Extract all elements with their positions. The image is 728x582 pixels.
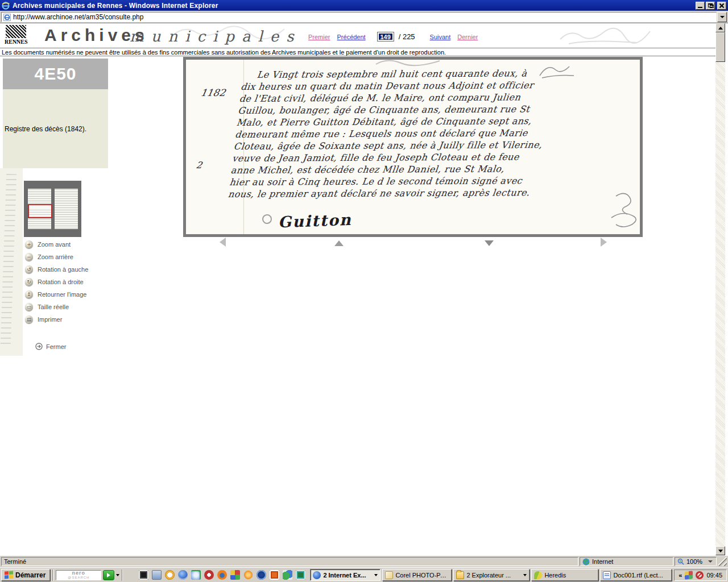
zoom-dropdown-caret[interactable] bbox=[708, 560, 713, 563]
messenger-icon[interactable] bbox=[283, 570, 292, 580]
title-bar: Archives municipales de Rennes - Windows… bbox=[0, 0, 728, 11]
actual-size-sphere-icon: ▭ bbox=[25, 303, 33, 311]
window-title: Archives municipales de Rennes - Windows… bbox=[13, 2, 218, 10]
tool-zoom-in[interactable]: + Zoom avant bbox=[25, 238, 88, 251]
antivirus-tray-icon[interactable] bbox=[696, 571, 704, 579]
cropped-line-flourish bbox=[374, 57, 442, 68]
internet-globe-icon bbox=[582, 558, 590, 566]
group-dropdown-caret[interactable] bbox=[374, 574, 378, 576]
print-sphere-icon: ▤ bbox=[25, 315, 33, 323]
rennes-logo: RENNES bbox=[5, 25, 27, 46]
address-dropdown-button[interactable] bbox=[717, 12, 727, 22]
page-number-input[interactable] bbox=[377, 32, 394, 41]
status-bar: Terminé Internet 100% bbox=[0, 555, 728, 567]
scan-bleed-flourish bbox=[557, 26, 654, 46]
thumbnail-selection[interactable] bbox=[28, 204, 52, 218]
tool-print[interactable]: ▤ Imprimer bbox=[25, 313, 88, 326]
desktop-icon[interactable] bbox=[139, 570, 148, 580]
windows-update-tray-icon[interactable] bbox=[685, 571, 693, 579]
register-description-panel: Registre des décès (1842). bbox=[3, 89, 108, 168]
security-zone-panel: Internet bbox=[580, 557, 673, 566]
vertical-scrollbar[interactable] bbox=[715, 23, 725, 555]
page-favicon-ie-icon bbox=[3, 14, 11, 21]
navigation-thumbnail[interactable] bbox=[24, 181, 81, 237]
close-viewer-button[interactable]: Fermer bbox=[35, 343, 66, 350]
taskbar-button-doc001[interactable]: Doc001.rtf (Lect... bbox=[600, 569, 672, 581]
tray-expand-chevron[interactable]: « bbox=[679, 572, 682, 579]
tool-actual-size[interactable]: ▭ Taille réelle bbox=[25, 301, 88, 313]
vm-icon[interactable] bbox=[296, 570, 305, 580]
sync-icon[interactable] bbox=[191, 570, 201, 580]
act-text: Le Vingt trois septembre mil huit cent q… bbox=[228, 66, 642, 200]
signature-flourish bbox=[261, 213, 272, 225]
group-dropdown-caret[interactable] bbox=[523, 574, 527, 576]
address-bar bbox=[0, 11, 728, 23]
photo-viewer-icon[interactable] bbox=[230, 570, 240, 580]
witness-signature: Guitton bbox=[278, 211, 352, 231]
search-go-button[interactable] bbox=[103, 570, 114, 580]
tool-rotate-right[interactable]: ↻ Rotation à droite bbox=[25, 276, 88, 288]
internet-explorer-icon[interactable] bbox=[178, 570, 188, 580]
tool-flip-image[interactable]: ↕ Retourner l'image bbox=[25, 288, 88, 301]
taskbar-button-heredis[interactable]: Heredis bbox=[531, 569, 598, 581]
firefox-icon[interactable] bbox=[217, 570, 227, 580]
windows-logo-icon bbox=[5, 571, 13, 579]
minimize-button[interactable] bbox=[696, 2, 705, 10]
scrollbar-thumb[interactable] bbox=[715, 32, 725, 62]
address-field bbox=[1, 12, 717, 22]
zoom-out-sphere-icon: − bbox=[25, 253, 33, 261]
nero-search-box[interactable]: nero @SEARCH bbox=[56, 570, 101, 580]
search-options-caret[interactable] bbox=[116, 574, 119, 576]
opera-icon[interactable] bbox=[204, 570, 214, 580]
quick-launch-bar bbox=[139, 570, 305, 580]
media-player-icon[interactable] bbox=[257, 570, 266, 580]
tool-zoom-out[interactable]: − Zoom arrière bbox=[25, 251, 88, 263]
zoom-panel[interactable]: 100% bbox=[675, 557, 717, 566]
register-description: Registre des décès (1842). bbox=[5, 125, 86, 133]
scroll-up-button[interactable] bbox=[715, 23, 725, 32]
flip-image-sphere-icon: ↕ bbox=[25, 290, 33, 298]
scroll-down-button[interactable] bbox=[715, 546, 725, 555]
ie-titlebar-icon[interactable] bbox=[2, 2, 10, 10]
rennes-logo-hatch bbox=[6, 25, 26, 38]
pan-down-arrow[interactable] bbox=[485, 240, 494, 246]
margin-signature-flourish bbox=[534, 61, 580, 81]
nav-first-link[interactable]: Premier bbox=[308, 34, 330, 40]
taskbar-buttons: 2 Internet Ex... Corel PHOTO-PA... 2 Exp… bbox=[310, 569, 672, 581]
zoom-magnifier-icon bbox=[677, 558, 684, 565]
taskbar-button-internet-explorer[interactable]: 2 Internet Ex... bbox=[310, 569, 380, 581]
mail-icon[interactable] bbox=[152, 570, 162, 580]
spark-icon[interactable] bbox=[243, 570, 253, 580]
pan-right-arrow[interactable] bbox=[601, 238, 607, 247]
corel-icon bbox=[385, 571, 393, 579]
url-input[interactable] bbox=[13, 13, 714, 21]
pan-up-arrow[interactable] bbox=[334, 240, 344, 246]
start-button[interactable]: Démarrer bbox=[1, 569, 50, 581]
capture-icon[interactable] bbox=[270, 570, 279, 580]
nav-previous-link[interactable]: Précédent bbox=[337, 34, 366, 40]
start-label: Démarrer bbox=[15, 571, 46, 579]
page-total: / 225 bbox=[399, 32, 415, 41]
zoom-level: 100% bbox=[686, 558, 702, 565]
resize-grip[interactable] bbox=[718, 557, 727, 566]
act-number: 1182 bbox=[200, 87, 226, 98]
restore-button[interactable] bbox=[706, 2, 715, 10]
scan-bleed-flourish bbox=[171, 23, 290, 43]
zone-label: Internet bbox=[592, 558, 613, 565]
pan-left-arrow[interactable] bbox=[220, 238, 226, 247]
heredis-icon bbox=[534, 571, 542, 579]
officer-signature-flourish bbox=[608, 188, 640, 232]
copyright-notice: Les documents numérisés ne peuvent être … bbox=[0, 48, 715, 56]
nav-next-link[interactable]: Suivant bbox=[430, 34, 451, 40]
nav-last-link[interactable]: Dernier bbox=[457, 34, 478, 40]
status-panel: Terminé bbox=[1, 557, 578, 566]
image-toolbar: + Zoom avant − Zoom arrière ↺ Rotation à… bbox=[25, 238, 88, 326]
browser-window: Archives municipales de Rennes - Windows… bbox=[0, 0, 728, 582]
taskbar-separator bbox=[122, 569, 123, 581]
folder-icon bbox=[456, 571, 464, 579]
close-button[interactable] bbox=[717, 2, 726, 10]
clock-icon[interactable] bbox=[165, 570, 175, 580]
taskbar-button-explorer[interactable]: 2 Explorateur ... bbox=[453, 569, 530, 581]
tool-rotate-left[interactable]: ↺ Rotation à gauche bbox=[25, 263, 88, 276]
taskbar-button-corel[interactable]: Corel PHOTO-PA... bbox=[382, 569, 452, 581]
